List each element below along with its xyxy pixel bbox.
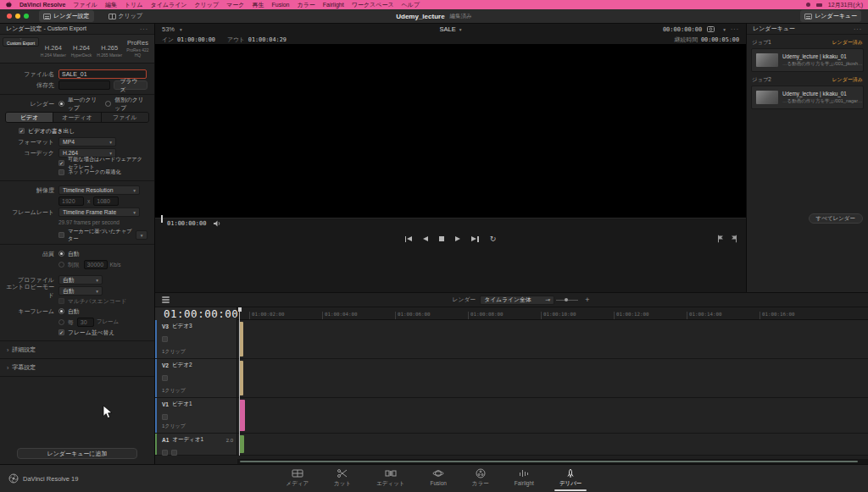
play-button[interactable]	[455, 236, 460, 241]
resolution-select[interactable]: Timeline Resolution ▾	[58, 185, 140, 195]
individual-clips-radio[interactable]	[105, 101, 111, 107]
scrub-playhead[interactable]	[161, 215, 163, 223]
page-tab-fusion[interactable]: Fusion	[428, 467, 448, 491]
track-lock-icon[interactable]	[162, 414, 168, 420]
preset-h264-master[interactable]: H.264 H.264 Master	[39, 37, 67, 59]
render-all-button[interactable]: すべてレンダー	[809, 213, 863, 224]
timeline-ruler[interactable]: 01:00:02:00 01:00:04:00 01:00:06:00 01:0…	[237, 307, 868, 320]
res-height-input[interactable]: 1080	[93, 196, 119, 206]
chapters-checkbox[interactable]	[58, 232, 64, 238]
apple-logo-icon[interactable]	[5, 1, 12, 8]
menu-fusion[interactable]: Fusion	[271, 2, 289, 8]
page-tab-fairlight[interactable]: Fairlight	[513, 467, 536, 491]
zoom-window-button[interactable]	[24, 14, 29, 19]
menu-workspace[interactable]: ワークスペース	[352, 1, 394, 9]
keyframes-auto-radio[interactable]	[58, 308, 64, 314]
track-lane-v3[interactable]	[237, 320, 868, 359]
menu-help[interactable]: ヘルプ	[402, 1, 420, 9]
viewer-job-select[interactable]: SALE ▾	[440, 25, 462, 33]
track-lane-v1[interactable]	[237, 398, 868, 434]
zoom-out-icon[interactable]: −	[545, 296, 549, 304]
mark-in-icon[interactable]	[717, 235, 724, 243]
timeline-playhead[interactable]	[239, 307, 240, 456]
menu-edit[interactable]: 編集	[105, 1, 117, 9]
timeline-options-icon[interactable]	[162, 296, 170, 303]
profile-select[interactable]: 自動 ▾	[58, 275, 103, 285]
grab-still-icon[interactable]	[707, 26, 715, 32]
frame-reorder-checkbox[interactable]: ✓	[58, 329, 64, 335]
stop-button[interactable]	[439, 236, 444, 241]
go-to-last-frame-button[interactable]	[471, 236, 479, 242]
page-tab-media[interactable]: メディア	[285, 467, 311, 491]
viewer-options-icon[interactable]: ···	[731, 26, 739, 32]
framerate-select[interactable]: Timeline Frame Rate ▾	[58, 207, 140, 217]
track-lock-icon[interactable]	[162, 375, 168, 381]
track-header-v3[interactable]: V3 ビデオ3 1クリップ	[155, 320, 236, 359]
zoom-slider[interactable]	[556, 300, 578, 301]
track-header-a1[interactable]: A1 オーディオ1 2.0	[155, 434, 236, 456]
location-input[interactable]	[58, 80, 110, 90]
tab-audio[interactable]: オーディオ	[53, 113, 101, 122]
menu-mark[interactable]: マーク	[226, 1, 244, 9]
render-queue-toggle[interactable]: レンダーキュー	[800, 10, 861, 22]
queue-options-icon[interactable]: ···	[854, 26, 862, 32]
menu-file[interactable]: ファイル	[73, 1, 97, 9]
go-to-first-frame-button[interactable]	[405, 236, 413, 242]
browse-button[interactable]: ブラウズ	[114, 80, 147, 90]
panel-options-icon[interactable]: ···	[140, 26, 148, 32]
render-scope-select[interactable]: タイムライン全体 ▾	[480, 296, 554, 305]
speaker-icon[interactable]	[213, 220, 221, 227]
track-lane-v2[interactable]	[237, 359, 868, 398]
multipass-checkbox[interactable]	[58, 298, 64, 304]
keyframe-interval-input[interactable]: 30	[77, 318, 94, 327]
single-clip-radio[interactable]	[58, 101, 64, 107]
preset-h265-master[interactable]: H.265 H.265 Master	[96, 37, 124, 59]
timeline-lanes[interactable]: 01:00:02:00 01:00:04:00 01:00:06:00 01:0…	[237, 307, 868, 456]
hw-accel-checkbox[interactable]: ✓	[58, 160, 64, 166]
track-mute-icon[interactable]	[162, 450, 168, 456]
bitrate-input[interactable]: 30000	[84, 260, 108, 269]
add-to-render-queue-button[interactable]: レンダーキューに追加	[17, 448, 137, 459]
track-lock-icon[interactable]	[162, 336, 168, 342]
viewer-zoom-select[interactable]: 53% ▾	[162, 25, 182, 33]
mark-out-icon[interactable]	[731, 235, 737, 243]
track-solo-icon[interactable]	[171, 450, 177, 456]
menu-fairlight[interactable]: Fairlight	[323, 2, 344, 8]
minimize-window-button[interactable]	[15, 14, 20, 19]
format-select[interactable]: MP4 ▾	[58, 137, 116, 146]
video-preview[interactable]	[155, 44, 746, 218]
loop-button[interactable]: ↻	[490, 235, 497, 243]
res-width-input[interactable]: 1920	[58, 196, 84, 206]
clips-toggle[interactable]: クリップ	[104, 10, 147, 22]
page-tab-cut[interactable]: カット	[332, 467, 353, 491]
menu-playback[interactable]: 再生	[252, 1, 264, 9]
network-opt-checkbox[interactable]	[58, 169, 64, 175]
close-window-button[interactable]	[7, 14, 12, 19]
render-settings-toggle[interactable]: レンダー設定	[39, 10, 94, 22]
menubar-app-name[interactable]: DaVinci Resolve	[19, 2, 65, 8]
track-header-v2[interactable]: V2 ビデオ2 1クリップ	[155, 359, 236, 398]
chapter-marker-color-select[interactable]: ▾	[136, 230, 147, 240]
page-tab-edit[interactable]: エディット	[375, 467, 406, 491]
render-job-2[interactable]: ジョブ2 レンダー済み Udemy_lecture | kikaku_01 …る…	[751, 76, 864, 109]
subtitle-settings-disclosure[interactable]: › 字幕設定	[0, 362, 154, 373]
keyframes-every-radio[interactable]	[58, 319, 64, 325]
preset-prores[interactable]: ProRes ProRes 422 HQ	[124, 37, 152, 59]
zoom-in-icon[interactable]: +	[585, 296, 589, 304]
quality-auto-radio[interactable]	[58, 251, 64, 257]
menubar-date[interactable]: 12月31日(火)	[828, 1, 863, 9]
track-header-v1[interactable]: V1 ビデオ1 1クリップ	[155, 398, 236, 434]
play-reverse-button[interactable]	[423, 236, 428, 241]
chevron-down-icon[interactable]: ▾	[723, 27, 726, 32]
page-tab-deliver[interactable]: デリバー	[558, 467, 583, 491]
page-tab-color[interactable]: カラー	[470, 467, 491, 491]
tab-file[interactable]: ファイル	[102, 113, 148, 122]
control-center-icon[interactable]	[806, 3, 810, 7]
preset-hyperdeck[interactable]: H.264 HyperDeck	[67, 37, 95, 59]
menu-clip[interactable]: クリップ	[194, 1, 219, 9]
preset-custom-export[interactable]: Custom Export	[3, 37, 39, 47]
timeline-clip[interactable]	[239, 400, 245, 431]
menu-trim[interactable]: トリム	[125, 1, 143, 9]
quality-restrict-radio[interactable]	[58, 262, 64, 268]
viewer-scrub-bar[interactable]: 01:00:00:00	[155, 218, 746, 229]
